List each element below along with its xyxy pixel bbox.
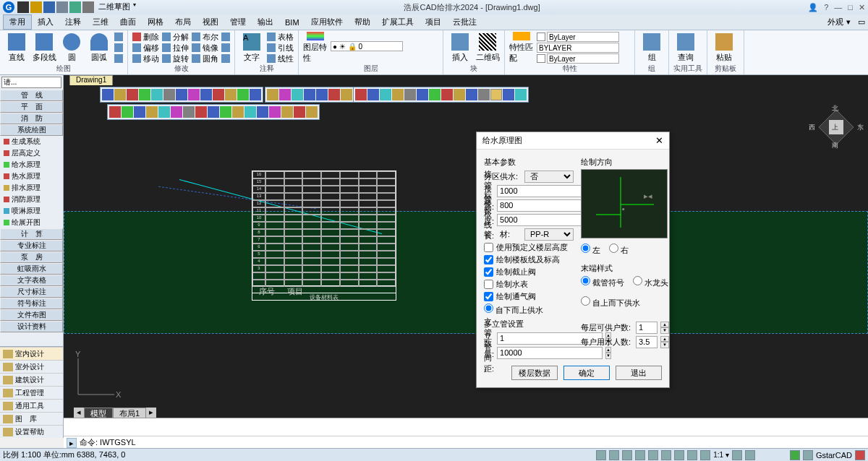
tab-model[interactable]: 模型 (84, 408, 113, 418)
tree-item[interactable]: 喷淋原理 (0, 205, 63, 217)
tb-btn[interactable] (195, 106, 207, 118)
move-button[interactable]: 移动 (132, 53, 159, 64)
tree-item[interactable]: 绘展开图 (0, 217, 63, 228)
tb-btn[interactable] (237, 89, 249, 100)
tb-btn[interactable] (200, 89, 212, 100)
otrack-toggle[interactable] (661, 450, 671, 460)
command-prompt[interactable]: 命令: IWTGSYL (80, 437, 136, 448)
cat-rain[interactable]: 虹吸雨水 (0, 263, 63, 275)
linear-button[interactable]: 线性 (267, 53, 294, 64)
trim-button[interactable] (221, 32, 230, 42)
radio-right[interactable] (609, 244, 618, 253)
radio-left[interactable] (581, 244, 590, 253)
circle-button[interactable]: 圆 (59, 32, 84, 64)
cat-dim[interactable]: 尺寸标注 (0, 286, 63, 298)
tb-btn[interactable] (503, 89, 514, 100)
text-button[interactable]: A文字 (239, 32, 264, 64)
stretch-button[interactable]: 拉伸 (162, 43, 189, 53)
tb-btn[interactable] (478, 89, 490, 100)
iso-toggle[interactable] (745, 450, 755, 460)
tb-btn[interactable] (183, 106, 195, 118)
appearance-label[interactable]: 外观 (827, 17, 843, 27)
dialog-close-button[interactable]: ✕ (655, 135, 663, 146)
tb-btn[interactable] (171, 106, 182, 118)
layer-dropdown[interactable]: ● ☀ 🔒 0 (331, 41, 403, 51)
left-tab[interactable]: 建筑设计 (0, 373, 63, 386)
cat-pump[interactable]: 泵 房 (0, 251, 63, 263)
per-floor-input[interactable] (636, 322, 658, 334)
tb-btn[interactable] (281, 106, 293, 118)
tb-btn[interactable] (279, 89, 291, 100)
floor-data-button[interactable]: 楼层数据 (511, 366, 558, 380)
fillet-button[interactable]: 圆角 (192, 53, 218, 64)
chk-stop[interactable] (484, 267, 493, 277)
layout-prev[interactable]: ◂ (74, 408, 84, 418)
menu-3[interactable]: 三维 (87, 15, 114, 29)
tb-btn[interactable] (220, 106, 231, 118)
ribbon-collapse-icon[interactable]: ▭ (858, 17, 865, 27)
lwt-toggle[interactable] (674, 450, 684, 460)
layer-props-button[interactable]: 图层特性 (303, 32, 328, 64)
linetype-dropdown[interactable]: ByLayer (547, 53, 619, 64)
layout-next[interactable]: ▸ (146, 408, 156, 418)
tb-btn[interactable] (316, 89, 328, 100)
left-tab[interactable]: 通用工具 (0, 399, 63, 412)
tb-btn[interactable] (257, 106, 268, 118)
color-dropdown[interactable]: ByLayer (547, 32, 619, 42)
point-button[interactable] (114, 43, 123, 53)
leader-button[interactable]: 引线 (267, 43, 294, 53)
minimize-button[interactable]: — (834, 3, 842, 12)
polar-toggle[interactable] (635, 450, 645, 460)
menu-14[interactable]: 项目 (420, 15, 447, 29)
drawing-canvas[interactable]: Drawing1 161514131211109876543 序号项目 设备材料… (64, 75, 868, 418)
tb-btn[interactable] (176, 89, 187, 100)
tb-btn[interactable] (441, 89, 453, 100)
menu-0[interactable]: 常用 (3, 14, 32, 30)
tb-btn[interactable] (417, 89, 428, 100)
tb-btn[interactable] (328, 89, 340, 100)
ok-button[interactable]: 确定 (563, 366, 610, 380)
chk-meter[interactable] (484, 280, 493, 289)
print-icon[interactable] (82, 1, 94, 13)
cat-pro[interactable]: 专业标注 (0, 240, 63, 251)
mirror-button[interactable]: 镜像 (192, 43, 218, 53)
offset-button[interactable]: 偏移 (132, 43, 159, 53)
tb-btn[interactable] (454, 89, 465, 100)
tab-layout1[interactable]: 布局1 (113, 408, 146, 418)
tb-btn[interactable] (208, 106, 219, 118)
chk-floorline[interactable] (484, 255, 493, 264)
save-icon[interactable] (43, 1, 55, 13)
menu-15[interactable]: 云批注 (447, 15, 482, 29)
tb-btn[interactable] (292, 89, 303, 100)
tb-btn[interactable] (341, 89, 352, 100)
user-icon[interactable]: 👤 (808, 3, 818, 12)
cat-file[interactable]: 文件布图 (0, 309, 63, 321)
cat-fire[interactable]: 消 防 (0, 113, 63, 124)
arc-button[interactable]: 圆弧 (87, 32, 111, 64)
menu-9[interactable]: 输出 (252, 15, 279, 29)
left-tab[interactable]: 图 库 (0, 412, 63, 425)
ortho-toggle[interactable] (622, 450, 632, 460)
radio-tap[interactable] (633, 276, 642, 285)
radio-top-down[interactable] (581, 296, 590, 306)
chk-vent[interactable] (484, 292, 493, 301)
menu-11[interactable]: 应用软件 (305, 15, 349, 29)
tb-btn[interactable] (232, 106, 244, 118)
cat-pipe[interactable]: 管 线 (0, 90, 63, 101)
max-icon[interactable] (803, 450, 813, 460)
material-select[interactable]: PP-R (524, 228, 574, 241)
tree-item[interactable]: 层高定义 (0, 147, 63, 159)
tb-btn[interactable] (404, 89, 416, 100)
explode-button[interactable]: 分解 (162, 32, 189, 42)
menu-10[interactable]: BIM (279, 17, 305, 28)
tb-btn[interactable] (139, 89, 150, 100)
menu-4[interactable]: 曲面 (114, 15, 142, 29)
lineweight-dropdown[interactable]: BYLAYER (537, 43, 619, 53)
new-icon[interactable] (17, 1, 29, 13)
menu-12[interactable]: 帮助 (349, 15, 376, 29)
maximize-button[interactable]: □ (848, 3, 853, 12)
tb-btn[interactable] (380, 89, 391, 100)
tb-btn[interactable] (429, 89, 441, 100)
group-button[interactable]: 组 (639, 32, 664, 64)
tb-btn[interactable] (269, 106, 281, 118)
